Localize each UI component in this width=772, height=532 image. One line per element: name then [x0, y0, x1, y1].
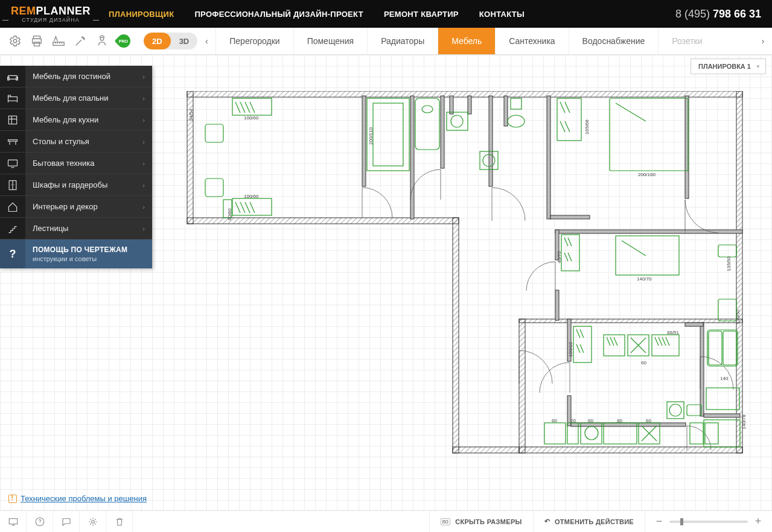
help-circle-icon[interactable] [27, 511, 53, 532]
svg-rect-59 [557, 98, 581, 141]
dim-label: 140/70 [637, 276, 651, 282]
print-icon[interactable] [30, 34, 43, 48]
nav-renovation[interactable]: РЕМОНТ КВАРТИР [384, 10, 459, 19]
svg-rect-21 [468, 96, 471, 114]
trash-icon[interactable] [106, 511, 133, 532]
svg-rect-34 [704, 414, 740, 417]
dim-label: 200/110 [368, 127, 374, 145]
ruler-icon[interactable] [52, 34, 65, 48]
tab-sockets[interactable]: Розетки [658, 28, 715, 54]
tab-rooms[interactable]: Помещения [293, 28, 368, 54]
sidebar-wardrobes[interactable]: Шкафы и гардеробы› [0, 174, 152, 196]
dim-label: 94/54 [188, 109, 194, 121]
svg-rect-7 [187, 91, 742, 97]
dim-label: 80 [617, 418, 622, 423]
help-icon: ? [0, 239, 25, 268]
worker-icon[interactable] [95, 34, 109, 48]
dim-label: 100/60 [244, 194, 258, 199]
view-switch: 2D 3D [144, 33, 197, 49]
dim-label: 100/10 [568, 342, 573, 356]
svg-rect-19 [489, 96, 493, 186]
sidebar-appliances[interactable]: Бытовая техника› [0, 153, 152, 174]
nav-planner[interactable]: ПЛАНИРОВЩИК [109, 10, 174, 19]
hide-dimensions-button[interactable]: 80 СКРЫТЬ РАЗМЕРЫ [429, 511, 533, 532]
nav-pro-design[interactable]: ПРОФЕССИОНАЛЬНЫЙ ДИЗАЙН-ПРОЕКТ [194, 10, 363, 19]
dim-label: 20 [570, 418, 576, 423]
sidebar-bedroom[interactable]: Мебель для спальни› [0, 87, 152, 109]
svg-rect-11 [453, 447, 519, 453]
warning-icon [8, 495, 17, 503]
svg-point-54 [451, 115, 463, 127]
svg-rect-91 [8, 160, 18, 166]
svg-point-0 [13, 39, 17, 43]
sidebar-stairs[interactable]: Лестницы› [0, 218, 152, 239]
tab-walls[interactable]: Перегородки [215, 28, 293, 54]
sidebar-kitchen[interactable]: Мебель для кухни› [0, 109, 152, 131]
tech-issues-link[interactable]: Технические проблемы и решения [8, 494, 147, 503]
dim-label: 140 [720, 376, 728, 381]
dim-label: 60 [552, 418, 557, 423]
layout-dropdown[interactable]: ПЛАНИРОВКА 1 [691, 59, 766, 74]
logo-suffix: PLANNER [36, 5, 91, 17]
svg-rect-18 [441, 96, 444, 168]
tabs-scroll-right-icon[interactable]: › [754, 36, 772, 46]
svg-rect-90 [8, 139, 18, 141]
undo-button[interactable]: ↶ ОТМЕНИТЬ ДЕЙСТВИЕ [533, 511, 645, 532]
tools-icon[interactable] [74, 34, 87, 48]
top-header: REMPLANNER СТУДИЯ ДИЗАЙНА ПЛАНИРОВЩИК ПР… [0, 0, 772, 28]
dim-label: 60 [646, 418, 651, 423]
tabs-scroll-left-icon[interactable]: ‹ [197, 36, 215, 46]
svg-rect-60 [610, 98, 688, 171]
svg-rect-63 [573, 326, 592, 363]
svg-rect-28 [555, 290, 559, 320]
svg-rect-51 [415, 98, 439, 150]
table-icon [0, 131, 25, 152]
svg-point-57 [508, 115, 525, 127]
svg-rect-66 [707, 330, 738, 366]
svg-rect-70 [687, 405, 701, 416]
dim-label: 60/60 [227, 208, 232, 220]
nav-contacts[interactable]: КОНТАКТЫ [479, 10, 525, 19]
sidebar-tables[interactable]: Столы и стулья› [0, 131, 152, 153]
wardrobe-icon [0, 174, 25, 195]
view-2d-button[interactable]: 2D [144, 33, 171, 49]
dim-label: 88/51 [667, 330, 679, 335]
svg-point-72 [669, 404, 681, 416]
svg-rect-20 [450, 96, 453, 114]
logo[interactable]: REMPLANNER СТУДИЯ ДИЗАЙНА [11, 5, 91, 23]
dim-label: 140/78 [741, 414, 747, 429]
dim-label: 130/50 [735, 309, 741, 324]
zoom-control: − + [645, 511, 772, 532]
sidebar-decor[interactable]: Интерьер и декор› [0, 196, 152, 218]
sidebar-help[interactable]: ? ПОМОЩЬ ПО ЧЕРТЕЖАМ инструкции и советы [0, 239, 152, 268]
chat-icon[interactable] [53, 511, 80, 532]
svg-rect-24 [550, 215, 590, 219]
dim-label: 60 [641, 360, 646, 366]
svg-rect-88 [8, 97, 18, 101]
view-3d-button[interactable]: 3D [171, 33, 198, 49]
floorplan[interactable]: 200/110 100/60 94/54 100/60 60/60 165/68… [181, 91, 761, 465]
zoom-in-button[interactable]: + [754, 515, 762, 528]
sidebar-living-room[interactable]: Мебель для гостиной› [0, 66, 152, 87]
toolbar: PRO 2D 3D ‹ Перегородки Помещения Радиат… [0, 28, 772, 55]
screen-icon[interactable] [0, 511, 27, 532]
dim-label: 200/180 [638, 172, 656, 177]
svg-rect-32 [700, 323, 704, 416]
gear-icon[interactable] [80, 511, 106, 532]
bed-icon [0, 87, 25, 109]
zoom-out-button[interactable]: − [655, 515, 663, 528]
svg-rect-62 [561, 235, 579, 271]
svg-rect-33 [685, 323, 703, 326]
stairs-icon [0, 218, 25, 239]
phone-number: 8 (495) 798 66 31 [675, 8, 761, 21]
svg-rect-82 [690, 423, 703, 444]
tab-water[interactable]: Водоснабжение [569, 28, 659, 54]
svg-rect-58 [511, 98, 522, 109]
svg-rect-83 [705, 423, 718, 444]
settings-icon[interactable] [8, 34, 22, 48]
zoom-slider[interactable] [669, 521, 748, 523]
tab-plumbing[interactable]: Сантехника [495, 28, 568, 54]
tab-radiators[interactable]: Радиаторы [367, 28, 438, 54]
pro-icon[interactable]: PRO [117, 34, 130, 48]
tab-furniture[interactable]: Мебель [438, 28, 495, 54]
